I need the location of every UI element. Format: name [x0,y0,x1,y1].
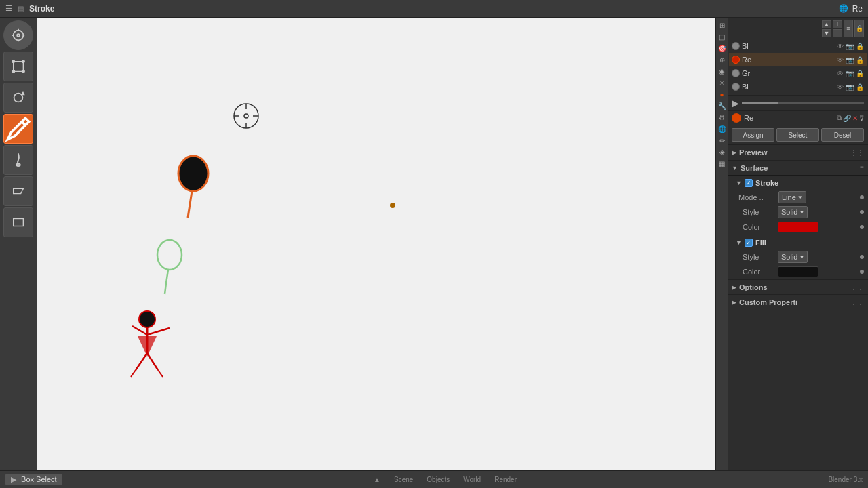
right-panel-container: ⊞ ◫ 🎯 ⊕ ◉ ☀ ● 🔧 ⚙ 🌐 ✏ ◈ ▦ [715,18,868,470]
svg-point-8 [22,60,25,63]
surface-section-header[interactable]: ▼ Surface ≡ [728,160,868,175]
surface-list-icon[interactable]: ≡ [860,164,864,171]
layer-name-1: Bl [742,42,835,50]
bottom-version: Blender 3.x [828,476,863,483]
props-icon-material[interactable]: ● [717,89,727,99]
brush-tool[interactable] [3,145,33,175]
stroke-color-row: Color [728,220,868,235]
layer-lock-2[interactable]: 🔒 [856,56,864,64]
material-icon-btns: ⧉ 🔗 ✕ ⊽ [837,114,864,122]
stroke-indent-arrow: ▼ [736,180,742,186]
svg-point-33 [390,203,395,208]
layer-scroll-btn[interactable]: ≡ [844,20,853,37]
cursor-tool[interactable] [3,20,33,50]
select-btn[interactable]: Select [776,128,819,142]
playback-scrubber[interactable] [742,102,864,104]
surface-arrow: ▼ [732,165,738,171]
props-icon-layer[interactable]: ⊕ [717,55,727,64]
options-section[interactable]: ▶ Options ⋮⋮ [728,279,868,294]
style-dropdown-arrow: ▼ [799,209,804,216]
style-dropdown[interactable]: Solid ▼ [778,206,808,218]
layer-name-2: Re [742,56,835,64]
props-icon-scene[interactable]: ⊞ [717,20,727,30]
bottom-tab-5[interactable]: Render [494,476,517,483]
layer-panel: ▲ ▼ + − ≡ 🔒 Bl 👁 [728,18,868,96]
transform-tool[interactable] [3,52,33,81]
playback-row: ▶ [728,96,868,111]
layer-eye-3[interactable]: 👁 [837,70,844,77]
svg-point-11 [14,94,23,102]
draw-tool[interactable] [3,114,33,144]
layer-remove-btn[interactable]: − [833,29,842,37]
props-icon-stroke[interactable]: ✏ [717,136,727,145]
svg-point-25 [139,311,155,327]
layer-camera-2[interactable]: 📷 [846,56,854,64]
props-icon-mesh[interactable]: ◫ [717,32,727,41]
layer-camera-1[interactable]: 📷 [846,43,854,50]
layer-lock-btn[interactable]: 🔒 [854,20,864,37]
desel-btn[interactable]: Desel [821,128,864,142]
layer-eye-1[interactable]: 👁 [837,43,844,50]
preview-menu-icon[interactable]: ⋮⋮ [850,149,864,157]
frame2-tool[interactable] [3,207,33,237]
box-select-text: Box Select [21,475,57,483]
play-button[interactable]: ▶ [732,98,739,108]
props-icon-object[interactable]: 🎯 [717,43,727,53]
preview-section[interactable]: ▶ Preview ⋮⋮ [728,145,868,160]
layer-row-3[interactable]: Gr 👁 📷 🔒 [729,66,867,80]
bottom-tab-4[interactable]: World [463,476,481,483]
stroke-color-swatch[interactable] [778,222,818,232]
custom-props-menu-icon[interactable]: ⋮⋮ [850,298,864,306]
mode-dropdown[interactable]: Line ▼ [778,191,806,203]
props-icon-constraint[interactable]: 🔧 [717,101,727,110]
layer-lock-3[interactable]: 🔒 [856,70,864,77]
frame-tool[interactable] [3,176,33,206]
box-select-label: ▶ Box Select [5,474,62,485]
bottom-tab-1[interactable]: ▲ [374,476,380,483]
mat-remove-icon[interactable]: ✕ [852,115,858,122]
bottom-tab-2[interactable]: Scene [394,476,413,483]
layer-camera-3[interactable]: 📷 [846,70,854,77]
svg-point-23 [178,156,208,191]
mat-link-icon[interactable]: 🔗 [843,115,851,122]
props-icon-image[interactable]: ◉ [717,66,727,76]
layer-row-1[interactable]: Bl 👁 📷 🔒 [729,39,867,53]
top-header-bar: ☰ ▤ Stroke 🌐 Re [0,0,868,18]
mat-copy-icon[interactable]: ⧉ [837,114,842,122]
fill-checkbox[interactable]: ✓ [745,239,753,247]
bottom-status-bar: ▶ Box Select ▲ Scene Objects World Rende… [0,470,868,488]
layer-down-btn[interactable]: ▼ [822,29,831,37]
fill-style-dropdown[interactable]: Solid ▼ [778,251,808,263]
svg-point-10 [22,70,25,73]
svg-point-1 [17,34,20,37]
layer-add-btn[interactable]: + [833,20,842,28]
options-menu-icon[interactable]: ⋮⋮ [850,283,864,291]
layer-eye-4[interactable]: 👁 [837,83,844,91]
bottom-right-info: Blender 3.x [828,476,863,483]
style-label: Style [743,208,775,216]
bottom-tab-3[interactable]: Objects [427,476,450,483]
layer-row-4[interactable]: Bl 👁 📷 🔒 [729,80,867,94]
layer-up-btn[interactable]: ▲ [822,20,831,28]
mat-menu-icon[interactable]: ⊽ [859,115,864,122]
assign-btn[interactable]: Assign [732,128,774,142]
props-icon-vgroup[interactable]: ▦ [717,159,727,168]
layer-row-2[interactable]: Re 👁 📷 🔒 [729,53,867,66]
left-toolbar [0,18,37,470]
custom-props-section[interactable]: ▶ Custom Properti ⋮⋮ [728,294,868,309]
canvas-area[interactable] [37,18,715,470]
layer-camera-4[interactable]: 📷 [846,83,854,91]
svg-point-7 [12,60,15,63]
rotate-tool[interactable] [3,83,33,113]
props-icon-modifier[interactable]: ⚙ [717,113,727,122]
stroke-checkbox[interactable]: ✓ [745,179,753,187]
props-icon-world[interactable]: 🌐 [717,124,727,134]
layer-lock-1[interactable]: 🔒 [856,43,864,50]
stroke-checkbox-row: ▼ ✓ Stroke [728,175,868,190]
layer-eye-2[interactable]: 👁 [837,56,844,64]
layer-lock-4[interactable]: 🔒 [856,83,864,91]
stroke-title: Stroke [29,4,54,14]
fill-color-swatch[interactable] [778,266,818,277]
props-icon-render[interactable]: ☀ [717,78,727,87]
props-icon-gpencil[interactable]: ◈ [717,147,727,157]
